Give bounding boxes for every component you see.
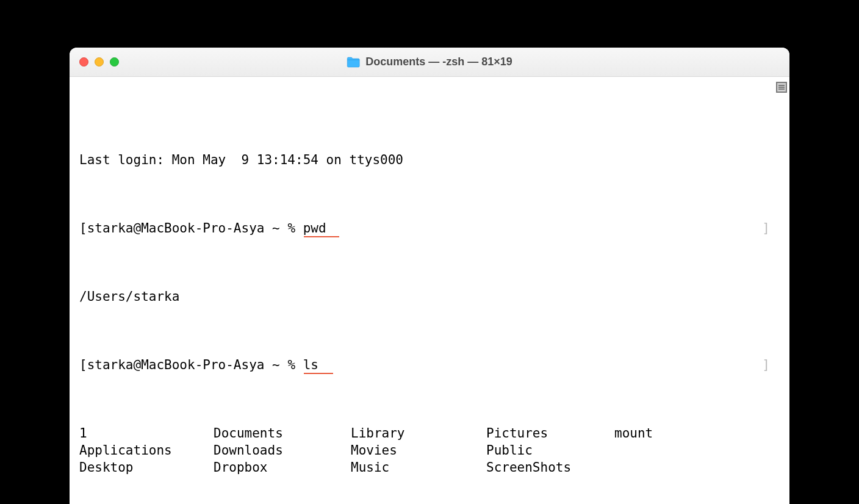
ls-item: Music	[351, 459, 486, 476]
ls-item: mount	[614, 425, 783, 442]
ls-item: Pictures	[486, 425, 614, 442]
ls-item: 1	[79, 425, 214, 442]
ls-item: Desktop	[79, 459, 214, 476]
terminal-window: Documents — -zsh — 81×19 Last login: Mon…	[70, 48, 789, 504]
maximize-button[interactable]	[110, 57, 119, 67]
ls-item: Applications	[79, 442, 214, 459]
underline-annotation	[304, 373, 333, 375]
ls-item: Downloads	[214, 442, 351, 459]
window-title: Documents — -zsh — 81×19	[347, 56, 512, 68]
bracket-open: [	[79, 358, 87, 372]
ls-item	[614, 442, 783, 459]
bracket-open: [	[79, 221, 87, 236]
ls-item: Movies	[351, 442, 486, 459]
ls-item: Documents	[214, 425, 351, 442]
terminal-line: Last login: Mon May 9 13:14:54 on ttys00…	[79, 151, 783, 168]
ls-output-home: 1DocumentsLibraryPicturesmountApplicatio…	[79, 425, 783, 476]
close-button[interactable]	[79, 57, 88, 67]
prompt-text: starka@MacBook-Pro-Asya ~ %	[87, 221, 303, 236]
traffic-lights	[79, 57, 119, 67]
terminal-output: /Users/starka	[79, 288, 783, 305]
ls-item: ScreenShots	[486, 459, 614, 476]
titlebar[interactable]: Documents — -zsh — 81×19	[70, 48, 789, 77]
minimize-button[interactable]	[95, 57, 104, 67]
ls-item	[614, 459, 783, 476]
ls-item: Dropbox	[214, 459, 351, 476]
folder-icon	[347, 57, 360, 68]
ls-item: Public	[486, 442, 614, 459]
scroll-indicator-icon	[776, 82, 787, 93]
bracket-close: ]	[762, 356, 783, 373]
prompt-row: [starka@MacBook-Pro-Asya ~ % ls]	[79, 356, 783, 373]
prompt-row: [starka@MacBook-Pro-Asya ~ % pwd]	[79, 220, 783, 237]
command-text: ls	[303, 358, 318, 372]
prompt-text: starka@MacBook-Pro-Asya ~ %	[87, 358, 303, 372]
underline-annotation	[304, 236, 339, 238]
bracket-close: ]	[762, 220, 783, 237]
window-title-text: Documents — -zsh — 81×19	[365, 56, 512, 68]
command-text: pwd	[303, 221, 326, 236]
ls-item: Library	[351, 425, 486, 442]
terminal-body[interactable]: Last login: Mon May 9 13:14:54 on ttys00…	[70, 77, 789, 504]
